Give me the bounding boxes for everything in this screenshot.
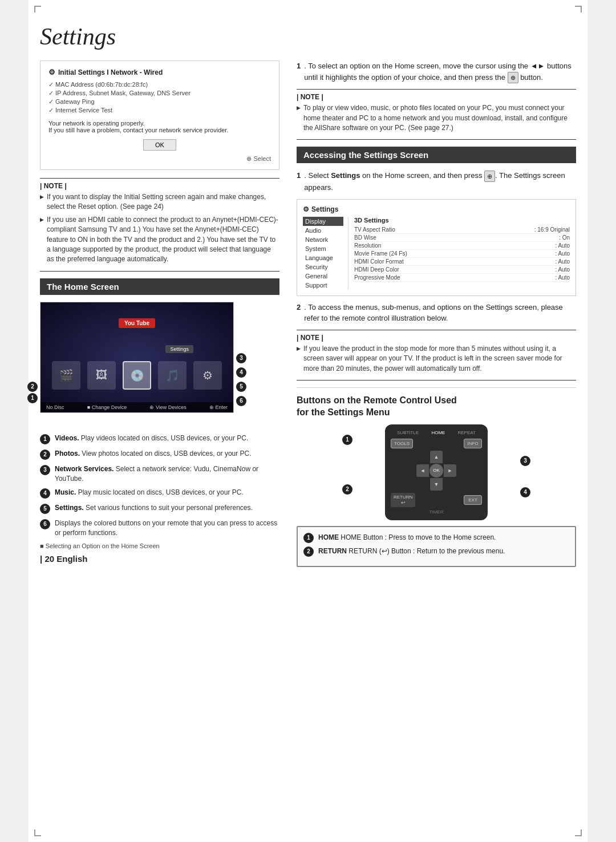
corner-mark-bl xyxy=(34,829,41,836)
home-bottom-bar: No Disc ■ Change Device ⊕ View Devices ⊕… xyxy=(40,402,233,412)
remote-callout-3: 3 xyxy=(520,456,530,466)
note-box-2: | NOTE | To play or view video, music, o… xyxy=(297,89,576,140)
menu-item-audio[interactable]: Audio xyxy=(303,226,343,235)
remote-callout-1: 1 xyxy=(342,435,352,445)
hs-icon-settings: ⚙ xyxy=(193,361,222,390)
divider xyxy=(297,387,576,388)
home-icons-row: 🎬 🖼 💿 🎵 ⚙ xyxy=(52,361,222,390)
note-item: To play or view video, music, or photo f… xyxy=(297,103,576,133)
timer-label: TIMER xyxy=(391,509,482,515)
check-item: Gateway Ping xyxy=(48,98,271,106)
network-msg: Your network is operating properly. If y… xyxy=(48,120,271,133)
ss-row: Progressive Mode : Auto xyxy=(354,274,570,282)
check-list: MAC Address (d0:6b:7b:dc:28:fc) IP Addre… xyxy=(48,81,271,114)
ss-submenu-header: 3D Settings xyxy=(354,217,570,224)
dpad-right[interactable]: ► xyxy=(444,464,456,477)
remote-top-row: SUBTITLE HOME REPEAT xyxy=(391,430,482,435)
access-step-1: 1 . Select Settings on the Home screen, … xyxy=(297,170,576,193)
gear-icon: ⚙ xyxy=(48,68,55,76)
ss-row: HDMI Color Format : Auto xyxy=(354,258,570,266)
return-btn[interactable]: RETURN↩ xyxy=(391,493,415,507)
home-btn[interactable]: HOME xyxy=(431,430,445,435)
corner-mark-tr xyxy=(575,6,582,13)
menu-item-display[interactable]: Display xyxy=(303,217,343,226)
remote-dpad-wrapper: ▲ ▼ ◄ ► OK xyxy=(391,451,482,491)
menu-item-general[interactable]: General xyxy=(303,272,343,281)
select-label: ⊕ Select xyxy=(48,155,271,163)
list-item: 4 Music. Play music located on discs, US… xyxy=(40,488,279,499)
callout-2: 2 xyxy=(27,382,38,392)
step-1: 1 . To select an option on the Home scre… xyxy=(297,60,576,83)
enter-icon: ⊕ xyxy=(508,72,518,84)
remote-callout-2: 2 xyxy=(342,484,352,495)
dpad-down[interactable]: ▼ xyxy=(430,478,443,491)
menu-item-system[interactable]: System xyxy=(303,244,343,253)
remote-callout-4: 4 xyxy=(520,487,530,497)
left-column: ⚙ Initial Settings I Network - Wired MAC… xyxy=(40,60,279,567)
dpad-center[interactable]: OK xyxy=(429,464,443,477)
hs-icon-music: 🎵 xyxy=(158,361,187,390)
repeat-btn[interactable]: REPEAT xyxy=(458,430,476,435)
settings-right-content: 3D Settings TV Aspect Ratio : 16:9 Origi… xyxy=(348,217,570,290)
list-item: 5 Settings. Set various functions to sui… xyxy=(40,503,279,514)
footnote: Selecting an Option on the Home Screen xyxy=(40,543,279,549)
check-item: MAC Address (d0:6b:7b:dc:28:fc) xyxy=(48,81,271,88)
menu-item-security[interactable]: Security xyxy=(303,262,343,272)
remote-body: SUBTITLE HOME REPEAT TOOLS INFO ▲ xyxy=(385,424,488,520)
ss-row: BD Wise : On xyxy=(354,234,570,242)
main-layout: ⚙ Initial Settings I Network - Wired MAC… xyxy=(40,60,576,567)
corner-mark-br xyxy=(575,829,582,836)
return-exit-row: RETURN↩ EXT xyxy=(391,493,482,507)
list-item: 6 Displays the colored buttons on your r… xyxy=(40,519,279,538)
ss-row: Resolution : Auto xyxy=(354,242,570,250)
init-box-title: ⚙ Initial Settings I Network - Wired xyxy=(48,68,271,76)
hs-icon-active: 💿 xyxy=(123,361,151,390)
settings-menu-row: Display Audio Network System Language Se… xyxy=(303,217,570,290)
init-settings-box: ⚙ Initial Settings I Network - Wired MAC… xyxy=(40,60,279,170)
home-screen-image: You Tube Settings 🎬 🖼 💿 🎵 ⚙ No Disc ■ Ch… xyxy=(40,302,234,413)
ss-title: ⚙ Settings xyxy=(303,205,570,213)
right-column: 1 . To select an option on the Home scre… xyxy=(297,60,576,567)
check-item: Internet Service Test xyxy=(48,107,271,114)
settings-screen-box: ⚙ Settings Display Audio Network System … xyxy=(297,199,576,296)
hs-icon-videos: 🎬 xyxy=(52,361,80,390)
btn-legend: 1 HOME HOME Button : Press to move to th… xyxy=(297,526,576,567)
tools-btn[interactable]: TOOLS xyxy=(391,439,413,448)
remote-section-title: Buttons on the Remote Control Used for t… xyxy=(297,395,576,419)
menu-item-language[interactable]: Language xyxy=(303,253,343,262)
btn-legend-row-2: 2 RETURN RETURN (↩) Button : Return to t… xyxy=(303,547,569,557)
ok-button[interactable]: OK xyxy=(143,139,176,151)
numbered-items: 1 Videos. Play videos located on discs, … xyxy=(40,434,279,538)
menu-item-network[interactable]: Network xyxy=(303,235,343,244)
exit-btn[interactable]: EXT xyxy=(464,495,482,505)
menu-item-support[interactable]: Support xyxy=(303,281,343,290)
gear-icon-2: ⚙ xyxy=(303,205,309,213)
callout-6: 6 xyxy=(236,396,246,406)
remote-illustration: 1 2 3 4 SUBTITLE HOME xyxy=(297,424,576,520)
info-btn[interactable]: INFO xyxy=(464,439,482,448)
page-title: Settings xyxy=(40,23,576,50)
home-screen-header: The Home Screen xyxy=(40,278,279,295)
hs-icon-photos: 🖼 xyxy=(87,361,116,390)
note-item: If you leave the product in the stop mod… xyxy=(297,344,576,374)
callout-5: 5 xyxy=(236,382,246,392)
note-title-2: | NOTE | xyxy=(297,93,576,101)
subtitle-btn[interactable]: SUBTITLE xyxy=(397,430,419,435)
note-title-1: | NOTE | xyxy=(40,182,279,190)
note-box-3: | NOTE | If you leave the product in the… xyxy=(297,330,576,380)
page-number: | 20 English xyxy=(40,554,279,564)
dpad-up[interactable]: ▲ xyxy=(430,451,443,463)
ss-row: HDMI Deep Color : Auto xyxy=(354,266,570,274)
page: Settings ⚙ Initial Settings I Network - … xyxy=(29,0,587,842)
check-item: IP Address, Subnet Mask, Gateway, DNS Se… xyxy=(48,90,271,97)
home-screen-wrapper: 2 1 You Tube Settings 🎬 🖼 💿 🎵 ⚙ xyxy=(40,302,234,418)
corner-mark-tl xyxy=(34,6,41,13)
access-settings-header: Accessing the Settings Screen xyxy=(297,147,576,163)
ss-row: TV Aspect Ratio : 16:9 Original xyxy=(354,226,570,234)
btn-legend-row-1: 1 HOME HOME Button : Press to move to th… xyxy=(303,533,569,543)
note-list-2: To play or view video, music, or photo f… xyxy=(297,103,576,133)
ss-row: Movie Frame (24 Fs) : Auto xyxy=(354,250,570,258)
tools-info-row: TOOLS INFO xyxy=(391,439,482,448)
callout-4: 4 xyxy=(236,367,246,378)
dpad-left[interactable]: ◄ xyxy=(416,464,429,477)
